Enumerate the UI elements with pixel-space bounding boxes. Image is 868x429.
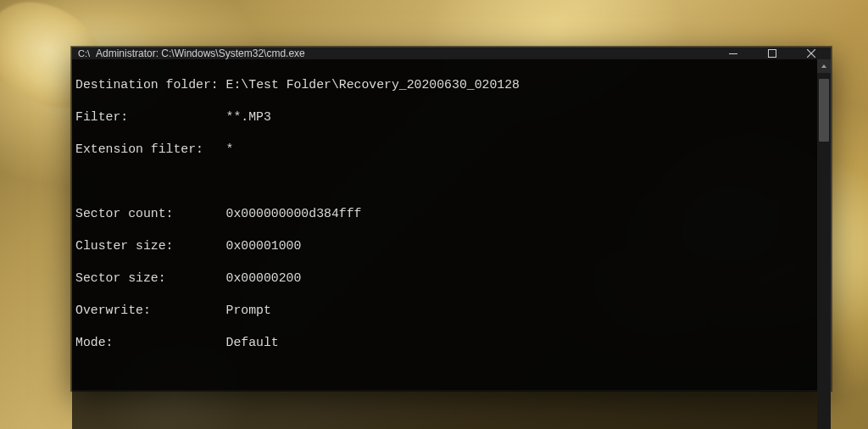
mode-label: Mode: [75, 335, 226, 351]
filter-value: **.MP3 [226, 110, 271, 124]
overwrite-value: Prompt [226, 304, 271, 317]
cmd-window: C:\ Administrator: C:\Windows\System32\c… [71, 47, 832, 391]
window-controls [714, 47, 831, 59]
scroll-up-button[interactable] [817, 59, 831, 73]
client-area: Destination folder: E:\Test Folder\Recov… [72, 59, 831, 429]
dest-label: Destination folder: [75, 78, 219, 92]
ext-label: Extension filter: [75, 142, 226, 158]
cmd-icon: C:\ [78, 49, 90, 58]
titlebar[interactable]: C:\ Administrator: C:\Windows\System32\c… [72, 47, 831, 59]
window-title: Administrator: C:\Windows\System32\cmd.e… [96, 47, 305, 59]
vertical-scrollbar[interactable] [817, 59, 831, 429]
svg-rect-1 [769, 50, 776, 58]
sector-size-label: Sector size: [75, 270, 226, 287]
ext-value: * [226, 142, 234, 156]
console-output[interactable]: Destination folder: E:\Test Folder\Recov… [72, 59, 817, 429]
close-button[interactable] [792, 47, 831, 59]
cluster-size-value: 0x00001000 [226, 239, 302, 253]
cluster-size-label: Cluster size: [75, 238, 226, 254]
scroll-track[interactable] [817, 73, 831, 429]
filter-label: Filter: [75, 109, 226, 125]
sector-count-value: 0x000000000d384fff [226, 207, 362, 220]
dest-value: E:\Test Folder\Recovery_20200630_020128 [226, 78, 520, 92]
sector-count-label: Sector count: [75, 206, 226, 222]
maximize-button[interactable] [753, 47, 792, 59]
app-icon-wrap: C:\ [72, 49, 96, 58]
overwrite-label: Overwrite: [75, 303, 226, 319]
scroll-thumb[interactable] [819, 79, 829, 141]
mode-value: Default [226, 336, 279, 349]
sector-size-value: 0x00000200 [226, 271, 302, 285]
svg-rect-0 [729, 53, 737, 54]
minimize-button[interactable] [714, 47, 753, 59]
